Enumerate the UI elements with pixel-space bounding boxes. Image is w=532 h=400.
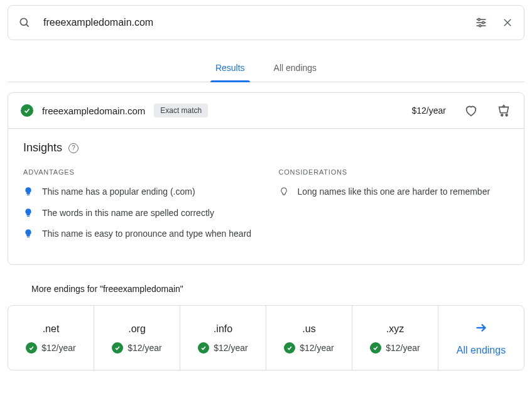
advantages-heading: ADVANTAGES — [23, 168, 254, 176]
help-icon[interactable]: ? — [68, 143, 79, 153]
advantage-item: The words in this name are spelled corre… — [23, 207, 254, 220]
svg-rect-16 — [27, 237, 30, 237]
ending-price: $12/year — [386, 343, 420, 353]
ending-cell[interactable]: .info $12/year — [180, 306, 266, 370]
insights-section: Insights ? ADVANTAGES This name has a po… — [8, 129, 524, 264]
svg-point-0 — [20, 18, 27, 25]
ending-price: $12/year — [41, 343, 75, 353]
ending-cell[interactable]: .net $12/year — [8, 306, 94, 370]
svg-rect-15 — [27, 215, 30, 216]
svg-point-11 — [506, 114, 508, 116]
svg-point-10 — [501, 114, 503, 116]
considerations-heading: CONSIDERATIONS — [279, 168, 509, 176]
advantage-text: This name has a popular ending (.com) — [42, 186, 195, 198]
check-icon — [21, 104, 33, 117]
advantage-item: This name has a popular ending (.com) — [23, 186, 254, 198]
exact-match-badge: Exact match — [154, 104, 208, 117]
result-card: freeexampledomain.com Exact match $12/ye… — [8, 92, 524, 265]
svg-point-7 — [479, 24, 481, 26]
search-bar — [8, 5, 524, 40]
check-icon — [284, 342, 295, 354]
insights-title: Insights — [23, 141, 62, 154]
ending-ext: .net — [43, 323, 60, 335]
ending-cell[interactable]: .xyz $12/year — [352, 306, 438, 370]
all-endings-label: All endings — [457, 345, 506, 356]
bulb-outline-icon — [279, 186, 289, 197]
advantage-text: The words in this name are spelled corre… — [42, 207, 214, 220]
check-icon — [370, 342, 381, 354]
check-icon — [198, 342, 209, 354]
check-icon — [112, 342, 123, 354]
svg-line-1 — [26, 24, 29, 27]
add-to-cart-icon[interactable] — [496, 103, 511, 118]
ending-cell[interactable]: .us $12/year — [266, 306, 352, 370]
tabs: Results All endings — [8, 55, 524, 82]
favorite-icon[interactable] — [464, 103, 479, 118]
close-icon[interactable] — [500, 15, 515, 30]
bulb-icon — [23, 186, 33, 197]
advantage-item: This name is easy to pronounce and type … — [23, 228, 254, 241]
check-icon — [26, 342, 37, 354]
ending-ext: .xyz — [386, 323, 404, 335]
tab-results[interactable]: Results — [213, 55, 247, 82]
svg-point-6 — [482, 21, 484, 23]
filter-icon[interactable] — [474, 15, 489, 30]
ending-ext: .us — [302, 323, 315, 335]
search-input[interactable] — [43, 17, 462, 28]
advantages-column: ADVANTAGES This name has a popular endin… — [23, 168, 254, 249]
consideration-item: Long names like this one are harder to r… — [279, 186, 509, 198]
more-endings-title: More endings for "freeexampledomain" — [31, 284, 524, 294]
tab-all-endings[interactable]: All endings — [271, 55, 320, 82]
result-row[interactable]: freeexampledomain.com Exact match $12/ye… — [8, 93, 524, 129]
ending-ext: .org — [128, 323, 146, 335]
arrow-right-icon — [474, 321, 488, 335]
search-icon — [17, 15, 32, 30]
svg-point-5 — [478, 18, 480, 20]
ending-price: $12/year — [214, 343, 247, 353]
endings-grid: .net $12/year .org $12/year .info $12/ye… — [8, 305, 524, 370]
all-endings-link[interactable]: All endings — [438, 306, 524, 370]
bulb-icon — [23, 229, 33, 239]
ending-price: $12/year — [128, 343, 161, 353]
ending-cell[interactable]: .org $12/year — [94, 306, 180, 370]
considerations-column: CONSIDERATIONS Long names like this one … — [279, 168, 509, 249]
price-label: $12/year — [412, 105, 446, 116]
bulb-icon — [23, 208, 33, 218]
domain-name: freeexampledomain.com — [42, 105, 145, 116]
svg-rect-14 — [27, 195, 30, 195]
ending-price: $12/year — [300, 343, 334, 353]
consideration-text: Long names like this one are harder to r… — [298, 186, 491, 198]
advantage-text: This name is easy to pronounce and type … — [42, 228, 251, 241]
ending-ext: .info — [214, 323, 232, 335]
